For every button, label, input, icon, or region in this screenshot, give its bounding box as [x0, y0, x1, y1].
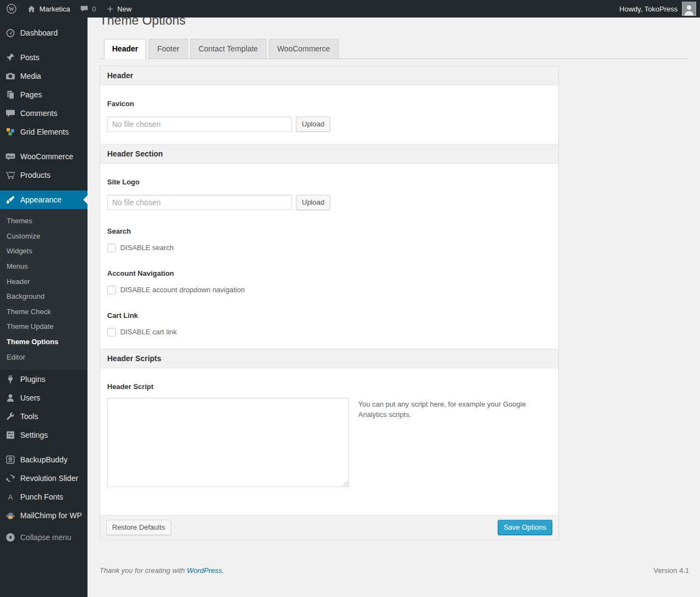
cart-link-label: Cart Link: [107, 311, 551, 320]
menu-separator: [0, 184, 88, 190]
favicon-label: Favicon: [107, 100, 551, 108]
comment-icon: [5, 108, 16, 119]
comments-count: 0: [92, 5, 96, 13]
site-logo-file-input[interactable]: [107, 195, 292, 210]
section-header-section-title: Header Section: [100, 144, 558, 164]
site-logo-upload-button[interactable]: Upload: [296, 195, 330, 210]
save-options-button[interactable]: Save Options: [498, 520, 552, 535]
theme-options-tabs: Header Footer Contact Template WooCommer…: [100, 39, 689, 59]
sidebar-item-settings[interactable]: Settings: [0, 426, 88, 444]
submenu-item-editor[interactable]: Editor: [0, 350, 88, 365]
grid-elements-icon: [5, 126, 16, 137]
svg-text:W: W: [9, 6, 14, 12]
submenu-item-theme-update[interactable]: Theme Update: [0, 319, 88, 334]
backup-icon: [5, 454, 16, 465]
svg-text:Woo: Woo: [7, 155, 14, 158]
plugin-icon: [5, 374, 16, 385]
theme-options-panel: Header Favicon Upload Header Section Sit…: [100, 66, 559, 540]
my-account-menu[interactable]: Howdy, TokoPress: [620, 0, 700, 18]
camera-icon: [5, 71, 16, 82]
sidebar-item-backupbuddy[interactable]: BackupBuddy: [0, 450, 88, 469]
sidebar-item-label: WooCommerce: [20, 152, 73, 161]
sidebar-item-comments[interactable]: Comments: [0, 104, 88, 123]
disable-account-dropdown-checkbox[interactable]: [107, 286, 116, 294]
site-name-menu[interactable]: Marketica: [22, 0, 75, 18]
sidebar-item-appearance[interactable]: Appearance: [0, 190, 88, 209]
sidebar-item-mailchimp[interactable]: MailChimp for WP: [0, 506, 88, 525]
submenu-item-widgets[interactable]: Widgets: [0, 244, 88, 259]
tab-footer[interactable]: Footer: [149, 39, 187, 59]
search-label: Search: [107, 227, 551, 235]
section-header-section-body: Site Logo Upload Search DISABLE search A…: [100, 164, 558, 349]
sidebar-item-label: Grid Elements: [20, 127, 69, 136]
submenu-item-themes[interactable]: Themes: [0, 213, 88, 229]
sidebar-item-pages[interactable]: Pages: [0, 85, 88, 104]
wordpress-logo-icon: W: [6, 3, 17, 14]
sidebar-item-grid-elements[interactable]: Grid Elements: [0, 123, 88, 141]
section-header-scripts-body: Header Script You can put any script her…: [100, 368, 558, 515]
sidebar-item-woocommerce[interactable]: Woo WooCommerce: [0, 147, 88, 166]
sidebar-item-tools[interactable]: Tools: [0, 407, 88, 426]
comments-menu[interactable]: 0: [75, 0, 101, 18]
sidebar-item-products[interactable]: Products: [0, 166, 88, 184]
sidebar-item-label: Punch Fonts: [20, 492, 63, 501]
site-name-label: Marketica: [39, 5, 70, 13]
restore-defaults-button[interactable]: Restore Defaults: [106, 520, 171, 535]
submenu-item-theme-check[interactable]: Theme Check: [0, 304, 88, 320]
admin-bar: W Marketica 0 New Howdy, TokoPress: [0, 0, 700, 18]
submenu-item-background[interactable]: Background: [0, 289, 88, 304]
home-icon: [27, 4, 36, 14]
menu-separator: [0, 444, 88, 450]
page-footer: Thank you for creating with WordPress. V…: [100, 566, 689, 581]
new-label: New: [118, 5, 132, 13]
disable-account-dropdown-label: DISABLE account dropdown navigation: [120, 286, 245, 294]
footer-thanks-text: Thank you for creating with WordPress.: [100, 566, 224, 575]
submenu-item-theme-options[interactable]: Theme Options: [0, 334, 88, 350]
howdy-text: Howdy, TokoPress: [620, 5, 678, 13]
disable-cart-link-label: DISABLE cart link: [120, 328, 177, 336]
sidebar-item-posts[interactable]: Posts: [0, 48, 88, 67]
dashboard-icon: [5, 27, 16, 38]
tab-woocommerce[interactable]: WooCommerce: [269, 39, 339, 59]
tab-header[interactable]: Header: [104, 39, 146, 59]
favicon-upload-button[interactable]: Upload: [296, 117, 330, 132]
collapse-icon: [5, 532, 16, 543]
wordpress-logo-menu[interactable]: W: [0, 0, 22, 18]
disable-cart-link-checkbox[interactable]: [107, 328, 116, 337]
submenu-item-customize[interactable]: Customize: [0, 229, 88, 244]
section-header-scripts-title: Header Scripts: [100, 349, 558, 368]
submenu-item-header[interactable]: Header: [0, 274, 88, 289]
footer-version: Version 4.1: [654, 566, 689, 575]
sidebar-item-plugins[interactable]: Plugins: [0, 370, 88, 389]
letter-a-icon: A: [5, 491, 16, 502]
sidebar-item-users[interactable]: Users: [0, 389, 88, 407]
brush-icon: [5, 194, 16, 205]
header-script-help-text: You can put any script here, for example…: [358, 398, 528, 420]
section-header-body: Favicon Upload: [100, 85, 558, 144]
disable-search-label: DISABLE search: [120, 244, 174, 252]
wordpress-link[interactable]: WordPress: [187, 566, 222, 575]
sidebar-item-revolution-slider[interactable]: Revolution Slider: [0, 469, 88, 488]
wrench-icon: [5, 411, 16, 422]
disable-search-checkbox[interactable]: [107, 244, 116, 252]
sidebar-item-media[interactable]: Media: [0, 67, 88, 85]
woocommerce-icon: Woo: [5, 151, 16, 162]
settings-icon: [5, 430, 16, 440]
submenu-item-menus[interactable]: Menus: [0, 259, 88, 274]
sidebar-item-punch-fonts[interactable]: A Punch Fonts: [0, 488, 88, 506]
sidebar-item-dashboard[interactable]: Dashboard: [0, 24, 88, 42]
menu-separator: [0, 42, 88, 48]
new-content-menu[interactable]: New: [101, 0, 137, 18]
sidebar-item-collapse-menu[interactable]: Collapse menu: [0, 528, 88, 547]
sidebar-item-label: BackupBuddy: [20, 455, 67, 464]
appearance-submenu: Themes Customize Widgets Menus Header Ba…: [0, 209, 88, 370]
favicon-file-input[interactable]: [107, 117, 292, 132]
sidebar-item-label: Products: [20, 171, 50, 179]
header-script-textarea[interactable]: [107, 398, 349, 487]
section-header-title: Header: [100, 66, 558, 85]
sidebar-item-label: Posts: [20, 53, 39, 62]
main-content: Theme Options Header Footer Contact Temp…: [88, 0, 700, 581]
user-icon: [5, 392, 16, 403]
admin-menu: Dashboard Posts Media Pages Comments: [0, 18, 88, 597]
tab-contact-template[interactable]: Contact Template: [190, 39, 266, 59]
